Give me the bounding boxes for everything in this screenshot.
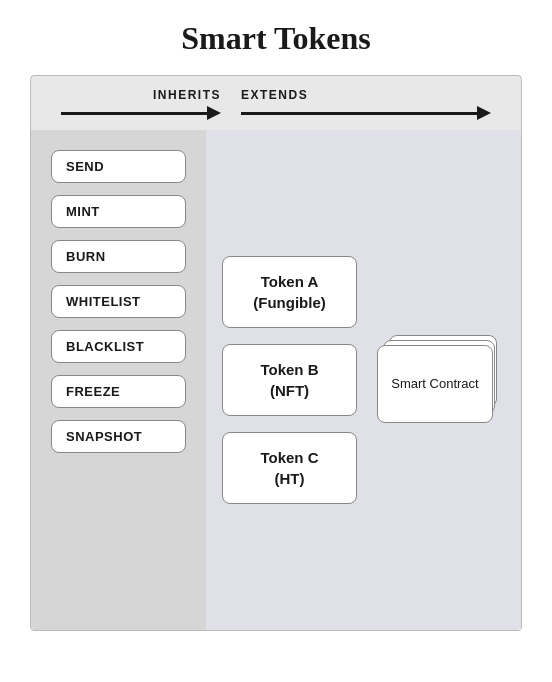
features-panel: SEND MINT BURN WHITELIST BLACKLIST FREEZ…: [31, 130, 206, 630]
smart-contract-label: Smart Contract: [391, 376, 478, 393]
inherits-arrow: [61, 106, 221, 120]
feature-send: SEND: [51, 150, 186, 183]
inherits-arrow-head: [207, 106, 221, 120]
diagram-container: INHERITS EXTENDS SEND MINT BURN: [30, 75, 522, 631]
feature-mint: MINT: [51, 195, 186, 228]
inherits-arrow-body: [61, 112, 207, 115]
page: Smart Tokens INHERITS EXTENDS: [0, 0, 552, 682]
feature-whitelist: WHITELIST: [51, 285, 186, 318]
smart-contract-card-front: Smart Contract: [377, 345, 493, 423]
page-title: Smart Tokens: [30, 20, 522, 57]
smart-contract-stack: Smart Contract: [377, 335, 497, 425]
extends-section: EXTENDS: [231, 88, 491, 120]
token-a-line1: Token A: [261, 273, 319, 290]
tokens-panel: Token A (Fungible) Token B (NFT) Token C…: [206, 130, 521, 630]
token-b-box: Token B (NFT): [222, 344, 357, 416]
extends-label: EXTENDS: [241, 88, 308, 102]
token-a-line2: (Fungible): [253, 294, 325, 311]
token-b-line2: (NFT): [270, 382, 309, 399]
token-a-box: Token A (Fungible): [222, 256, 357, 328]
extends-arrow: [241, 106, 491, 120]
token-b-line1: Token B: [260, 361, 318, 378]
feature-burn: BURN: [51, 240, 186, 273]
feature-blacklist: BLACKLIST: [51, 330, 186, 363]
inherits-label: INHERITS: [153, 88, 221, 102]
main-content: SEND MINT BURN WHITELIST BLACKLIST FREEZ…: [31, 130, 521, 630]
tokens-column: Token A (Fungible) Token B (NFT) Token C…: [222, 256, 357, 504]
token-c-line1: Token C: [260, 449, 318, 466]
extends-arrow-body: [241, 112, 477, 115]
inherits-section: INHERITS: [61, 88, 231, 120]
extends-arrow-head: [477, 106, 491, 120]
token-c-line2: (HT): [275, 470, 305, 487]
arrows-row: INHERITS EXTENDS: [31, 76, 521, 130]
token-c-box: Token C (HT): [222, 432, 357, 504]
feature-freeze: FREEZE: [51, 375, 186, 408]
feature-snapshot: SNAPSHOT: [51, 420, 186, 453]
